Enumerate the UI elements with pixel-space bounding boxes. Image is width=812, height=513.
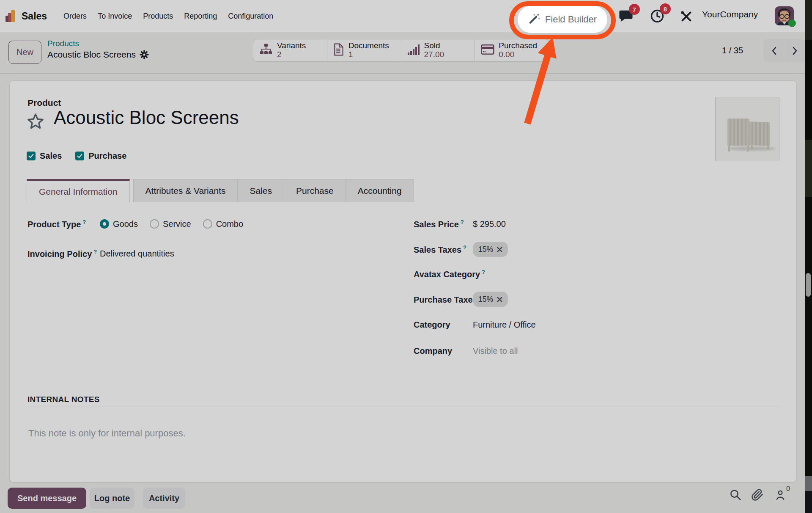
stat-value: 1 xyxy=(348,50,389,59)
purchase-checkbox[interactable] xyxy=(75,152,84,160)
sales-app-icon[interactable] xyxy=(5,10,16,22)
tab-attributes-variants[interactable]: Attributes & Variants xyxy=(133,179,238,202)
menu-reporting[interactable]: Reporting xyxy=(184,12,217,21)
sold-button[interactable]: Sold 27.00 xyxy=(401,39,475,61)
document-icon xyxy=(333,43,344,58)
invoicing-policy-select[interactable]: Delivered quantities xyxy=(100,249,174,259)
pager-next-button[interactable] xyxy=(785,39,805,62)
followers-icon[interactable] xyxy=(774,488,787,503)
radio-combo-input[interactable] xyxy=(203,219,212,229)
help-icon[interactable]: ? xyxy=(463,244,466,251)
purchase-toggle: Purchase xyxy=(75,151,126,161)
variants-button[interactable]: Variants 2 xyxy=(253,39,327,61)
radio-service[interactable]: Service xyxy=(150,219,191,229)
paperclip-icon[interactable] xyxy=(751,488,764,503)
smart-buttons: Variants 2 Documents 1 xyxy=(253,39,549,62)
company-switcher[interactable]: YourCompany xyxy=(702,9,758,19)
product-form-sheet: Product Acoustic Bloc Screens Sales Purc… xyxy=(9,80,797,483)
sitemap-icon xyxy=(259,43,273,58)
sales-toggle: Sales xyxy=(27,151,62,161)
record-type-label: Product xyxy=(27,98,61,108)
followers-count: 0 xyxy=(786,485,790,493)
user-avatar[interactable] xyxy=(775,6,794,25)
product-type-row: Product Type? Goods Service Combo xyxy=(27,216,243,232)
new-button[interactable]: New xyxy=(8,41,41,64)
stat-label: Documents xyxy=(348,41,389,50)
help-icon[interactable]: ? xyxy=(461,219,464,225)
sales-price-input[interactable]: $ 295.00 xyxy=(473,219,506,229)
tab-accounting[interactable]: Accounting xyxy=(346,179,414,202)
category-input[interactable]: Furniture / Office xyxy=(473,320,536,330)
remove-tag-icon[interactable] xyxy=(497,247,502,252)
help-icon[interactable]: ? xyxy=(82,219,86,225)
radio-service-input[interactable] xyxy=(150,219,159,229)
stat-value: 2 xyxy=(277,50,306,59)
sales-checkbox[interactable] xyxy=(27,152,36,160)
screen-edge-strip xyxy=(805,0,812,513)
tab-sales[interactable]: Sales xyxy=(238,179,284,202)
app-window: Sales Orders To Invoice Products Reporti… xyxy=(0,0,812,513)
sales-tax-tag[interactable]: 15% xyxy=(473,242,508,257)
product-type-label: Product Type? xyxy=(27,219,100,229)
breadcrumb-products-link[interactable]: Products xyxy=(47,39,149,48)
product-image[interactable] xyxy=(715,97,779,161)
field-builder-label: Field Builder xyxy=(545,14,597,25)
breadcrumb-current: Acoustic Bloc Screens xyxy=(47,50,136,60)
pager-counter: 1 / 35 xyxy=(718,46,747,55)
radio-combo[interactable]: Combo xyxy=(203,219,243,229)
radio-goods-input[interactable] xyxy=(100,219,109,229)
online-status-dot xyxy=(788,19,796,27)
category-label: Category xyxy=(414,320,473,330)
scrollbar-thumb[interactable] xyxy=(806,273,811,297)
sales-price-label: Sales Price? xyxy=(414,219,473,229)
stat-label: Purchased xyxy=(499,41,537,50)
gear-icon[interactable] xyxy=(140,50,149,59)
purchased-button[interactable]: Purchased 0.00 xyxy=(475,39,549,61)
tab-general-information[interactable]: General Information xyxy=(27,179,130,202)
log-note-button[interactable]: Log note xyxy=(90,488,134,509)
search-messages-icon[interactable] xyxy=(729,488,742,503)
activity-button[interactable]: Activity xyxy=(143,488,185,509)
bar-chart-icon xyxy=(407,43,420,58)
purchase-taxes-row: Purchase Taxes? 15% xyxy=(414,292,508,307)
activities-badge: 8 xyxy=(660,3,671,14)
avatax-category-label: Avatax Category? xyxy=(414,269,473,279)
favorite-star-icon[interactable] xyxy=(26,112,45,132)
internal-notes-header: INTERNAL NOTES xyxy=(27,395,100,404)
radio-goods[interactable]: Goods xyxy=(100,219,138,229)
product-title-input[interactable]: Acoustic Bloc Screens xyxy=(54,107,239,128)
avatax-category-row: Avatax Category? xyxy=(414,266,557,281)
pager-previous-button[interactable] xyxy=(763,39,784,62)
stat-label: Sold xyxy=(424,41,444,50)
magic-wand-icon xyxy=(528,13,540,26)
sales-price-row: Sales Price? $ 295.00 xyxy=(414,216,506,232)
company-input[interactable]: Visible to all xyxy=(473,346,518,356)
company-label: Company xyxy=(414,346,473,356)
send-message-button[interactable]: Send message xyxy=(8,488,86,509)
top-nav: Sales Orders To Invoice Products Reporti… xyxy=(0,0,812,32)
messages-badge: 7 xyxy=(629,4,640,15)
purchase-tax-tag[interactable]: 15% xyxy=(473,292,508,307)
menu-products[interactable]: Products xyxy=(143,12,173,21)
invoicing-policy-row: Invoicing Policy? Delivered quantities xyxy=(27,246,174,261)
stat-value: 27.00 xyxy=(424,50,444,59)
help-icon[interactable]: ? xyxy=(482,269,485,275)
purchase-taxes-label: Purchase Taxes? xyxy=(414,294,473,305)
tab-purchase[interactable]: Purchase xyxy=(284,179,346,202)
sales-taxes-label: Sales Taxes? xyxy=(414,244,473,255)
internal-notes-divider xyxy=(27,406,780,406)
menu-orders[interactable]: Orders xyxy=(63,12,87,21)
tools-icon[interactable] xyxy=(680,10,693,25)
menu-configuration[interactable]: Configuration xyxy=(228,12,273,21)
stat-label: Variants xyxy=(277,41,306,50)
documents-button[interactable]: Documents 1 xyxy=(327,39,401,61)
field-builder-button[interactable]: Field Builder xyxy=(518,6,607,33)
stat-value: 0.00 xyxy=(499,50,537,59)
app-name[interactable]: Sales xyxy=(22,11,47,22)
menu-to-invoice[interactable]: To Invoice xyxy=(98,12,132,21)
internal-notes-editor[interactable]: This note is only for internal purposes. xyxy=(28,428,186,439)
remove-tag-icon[interactable] xyxy=(497,297,502,302)
notebook-tabs: General Information Attributes & Variant… xyxy=(27,179,414,202)
help-icon[interactable]: ? xyxy=(93,248,97,255)
credit-card-icon xyxy=(481,44,494,57)
